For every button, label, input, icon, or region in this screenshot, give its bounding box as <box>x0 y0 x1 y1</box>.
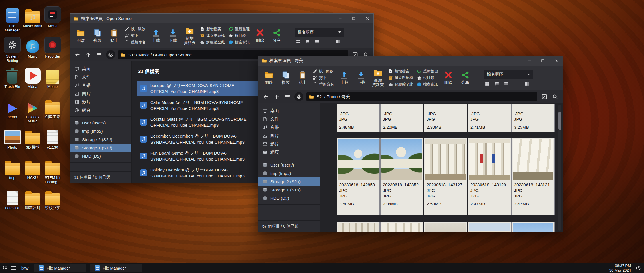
upload-button[interactable]: 上載 <box>338 71 351 85</box>
open-with-button[interactable]: 以...開啟 <box>313 69 334 74</box>
close-button[interactable] <box>365 16 370 21</box>
desktop-icon-stem-kit[interactable]: STEM Kit Packag... <box>43 157 63 185</box>
close-button[interactable] <box>554 58 559 63</box>
sidebar-item-storage1-drive[interactable]: Storage 1 (S1:/) <box>258 186 320 194</box>
back-button[interactable] <box>73 51 81 59</box>
root-directory-button[interactable]: 根目錄 <box>417 75 438 80</box>
delete-button[interactable]: 刪除 <box>253 29 267 43</box>
photo-card[interactable]: .JPGJPG2.20MB <box>380 104 423 132</box>
create-archive-button[interactable]: 建立壓縮檔 <box>388 75 413 80</box>
desktop-icon-maker-factory[interactable]: 創客工廠 <box>43 97 63 124</box>
sidebar-item-documents[interactable]: 文件 <box>258 115 320 123</box>
photo-card[interactable]: .JPGJPG2.71MB <box>468 104 511 132</box>
sidebar-item-desktop[interactable]: 桌面 <box>70 65 131 73</box>
photo-card[interactable] <box>468 222 511 232</box>
desktop-icon-music-bank[interactable]: Music Bank <box>23 6 43 33</box>
open-button[interactable]: 開啟 <box>74 29 87 43</box>
paste-button[interactable]: 貼上 <box>296 71 309 85</box>
desktop-icon-system-setting[interactable]: System Setting <box>2 36 22 64</box>
up-button[interactable] <box>273 93 281 101</box>
clock[interactable]: 06:37 PM 30 May 2024 <box>609 264 631 273</box>
desktop-icon-magi[interactable]: MAGI <box>43 6 63 33</box>
view-compact-icon[interactable] <box>315 39 319 44</box>
desktop-icon-recorder[interactable]: Recorder <box>43 36 63 64</box>
new-file-button[interactable]: 新增檔案 <box>200 27 225 32</box>
desktop-icon-file-manager[interactable]: File Manager <box>2 6 22 33</box>
path-bar[interactable]: S2: / Photo / 奇美 <box>306 92 537 101</box>
desktop-icon-ncku[interactable]: NCKU <box>23 157 43 185</box>
sidebar-item-documents[interactable]: 文件 <box>70 73 131 81</box>
sidebar-item-desktop[interactable]: 桌面 <box>258 107 320 115</box>
desktop-icon-tmp[interactable]: tmp <box>2 157 22 185</box>
refresh-button[interactable]: 重新整理 <box>417 69 438 74</box>
edit-path-button[interactable] <box>540 93 548 101</box>
desktop-icon-notes-txt[interactable]: notes.txt <box>2 188 22 215</box>
sidebar-item-tmp-drive[interactable]: tmp (tmp:/) <box>70 127 131 135</box>
paste-button[interactable]: 貼上 <box>108 29 121 43</box>
sidebar-item-videos[interactable]: 影片 <box>70 98 131 106</box>
sidebar-item-user-drive[interactable]: User (user:/) <box>70 119 131 127</box>
sort-order-dropdown[interactable]: 檔名順序 <box>295 28 344 37</box>
settings-gear-button[interactable] <box>106 50 115 59</box>
sidebar-item-web[interactable]: 網頁 <box>70 106 131 114</box>
desktop-icon-demo[interactable]: demo <box>2 97 22 124</box>
desktop-icon-dream-plan[interactable]: 圓夢計劃 <box>23 188 43 215</box>
upload-button[interactable]: 上載 <box>149 29 163 43</box>
view-list-icon[interactable] <box>305 39 310 44</box>
sidebar-item-hdd-drive[interactable]: HDD (D:/) <box>258 194 320 202</box>
download-button[interactable]: 下載 <box>355 71 368 85</box>
photo-card[interactable] <box>511 222 555 232</box>
desktop-icon-videa[interactable]: Videa <box>23 66 43 94</box>
share-button[interactable]: 分享 <box>270 29 283 43</box>
view-grid-icon[interactable] <box>485 81 490 86</box>
photo-card[interactable]: 20230618_142850.JPGJPG3.50MB <box>337 138 380 215</box>
desktop-icon-photo[interactable]: Photo <box>2 127 22 155</box>
create-archive-button[interactable]: 建立壓縮檔 <box>200 33 225 38</box>
new-folder-button[interactable]: 新增 資料夾 <box>371 69 385 87</box>
maximize-button[interactable] <box>351 16 356 21</box>
titlebar[interactable]: 檔案管理員 - Open Source <box>70 14 373 23</box>
titlebar[interactable]: 檔案管理員 - 奇美 <box>258 56 563 66</box>
root-directory-button[interactable]: 根目錄 <box>229 33 250 38</box>
view-list-icon[interactable] <box>494 81 499 86</box>
view-grid-icon[interactable] <box>296 39 301 44</box>
minimize-button[interactable] <box>527 58 532 63</box>
sidebar-item-music[interactable]: 音樂 <box>70 81 131 90</box>
desktop-icon-v1130[interactable]: v1.130 <box>43 127 63 155</box>
sidebar-item-pictures[interactable]: 圖片 <box>258 132 320 140</box>
taskbar-task-file-manager-1[interactable]: File Manager <box>34 264 86 272</box>
photo-card[interactable] <box>337 222 380 232</box>
back-button[interactable] <box>262 93 270 101</box>
sidebar-item-user-drive[interactable]: User (user:/) <box>258 161 320 169</box>
desktop-icon-memo[interactable]: Memo <box>43 66 63 94</box>
file-info-button[interactable]: 檔案資訊 <box>417 82 438 87</box>
view-compact-icon[interactable] <box>504 81 509 86</box>
settings-gear-button[interactable] <box>294 92 303 101</box>
new-folder-button[interactable]: 新增 資料夾 <box>183 27 196 45</box>
photo-card[interactable]: .JPGJPG3.25MB <box>511 104 555 132</box>
desktop-icon-school-share[interactable]: 學校分享 <box>43 188 63 215</box>
sidebar-item-pictures[interactable]: 圖片 <box>70 90 131 98</box>
sidebar-item-tmp-drive[interactable]: tmp (tmp:/) <box>258 169 320 177</box>
photo-card[interactable] <box>424 222 467 232</box>
extract-here-button[interactable]: 解壓縮至此 <box>200 40 225 45</box>
apps-grid-icon[interactable] <box>3 266 7 270</box>
download-button[interactable]: 下載 <box>166 29 179 43</box>
keyboard-layout-indicator[interactable]: ixtw <box>20 266 30 270</box>
vertical-scrollbar[interactable] <box>558 105 561 231</box>
photo-card[interactable]: 20230618_143129.JPGJPG2.47MB <box>468 138 511 215</box>
desktop-icon-music[interactable]: Music <box>23 36 43 64</box>
desktop-icon-holodex-music[interactable]: Holodex Music <box>23 97 43 124</box>
extract-here-button[interactable]: 解壓縮至此 <box>388 82 413 87</box>
up-button[interactable] <box>84 51 92 59</box>
scrollbar-thumb[interactable] <box>558 112 561 130</box>
cut-button[interactable]: 剪下 <box>313 75 334 80</box>
task-list-icon[interactable] <box>11 266 16 267</box>
photo-card[interactable] <box>380 222 423 232</box>
power-icon[interactable] <box>635 265 641 271</box>
photo-card[interactable]: .JPGJPG2.30MB <box>424 104 467 132</box>
sidebar-item-web[interactable]: 網頁 <box>258 148 320 157</box>
photo-card[interactable]: .JPGJPG2.48MB <box>337 104 380 132</box>
maximize-button[interactable] <box>540 58 545 63</box>
new-file-button[interactable]: 新增檔案 <box>388 69 413 74</box>
